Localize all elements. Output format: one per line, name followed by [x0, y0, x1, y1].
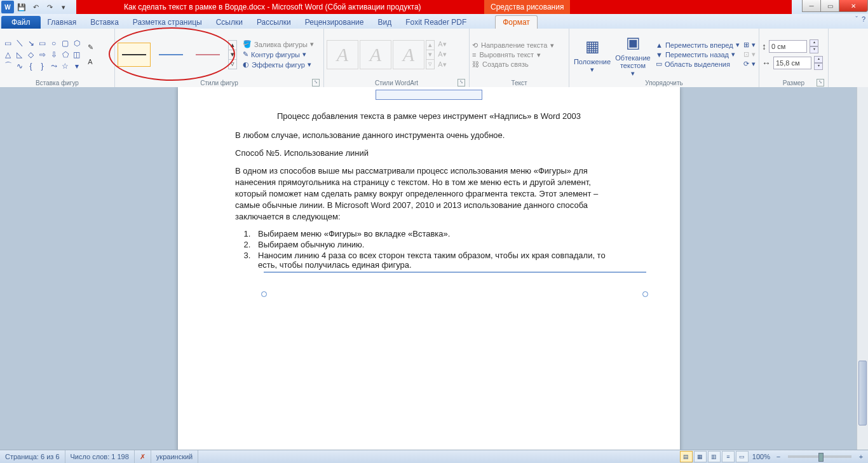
shape-arrow[interactable]: ↘ [25, 38, 36, 48]
text-fill-button[interactable]: A▾ [437, 40, 447, 49]
view-full-screen[interactable]: ▦ [694, 451, 707, 462]
style-swatch-1[interactable] [118, 43, 151, 67]
page[interactable]: Процесс добавления текста в рамке через … [178, 87, 680, 450]
shape-roundrect[interactable]: ▢ [60, 38, 71, 48]
height-input[interactable]: 0 см [769, 40, 807, 53]
shape-bracket[interactable]: { [25, 60, 36, 71]
zoom-slider[interactable] [788, 455, 851, 458]
tab-review[interactable]: Рецензирование [298, 16, 371, 29]
maximize-button[interactable]: ▭ [820, 0, 839, 12]
qat-customize[interactable]: ▾ [57, 1, 70, 13]
rotate-button[interactable]: ⟳▾ [743, 60, 756, 68]
style-swatch-2[interactable] [154, 43, 187, 67]
word-icon[interactable]: W [1, 1, 14, 13]
shapestyles-dialog-launcher[interactable]: ⤡ [312, 79, 320, 86]
status-language[interactable]: украинский [151, 450, 198, 463]
group-button[interactable]: ⊡▾ [743, 50, 756, 59]
shape-triangle[interactable]: △ [3, 49, 13, 60]
width-up[interactable]: ▴ [814, 56, 823, 63]
ribbon-minimize-icon[interactable]: ˇ [855, 15, 858, 23]
tab-insert[interactable]: Вставка [83, 16, 126, 29]
position-button[interactable]: ▦Положение▾ [572, 35, 613, 74]
gallery-down[interactable]: ▾ [229, 50, 236, 60]
wa-gallery-more[interactable]: ▿ [426, 60, 434, 69]
style-swatch-3[interactable] [191, 43, 224, 67]
wordart-dialog-launcher[interactable]: ⤡ [458, 79, 465, 86]
text-effects-button[interactable]: A▾ [437, 60, 447, 69]
zoom-slider-thumb[interactable] [818, 453, 824, 462]
tab-home[interactable]: Главная [41, 16, 84, 29]
shape-line[interactable]: ＼ [14, 38, 25, 48]
undo-button[interactable]: ↶ [29, 1, 42, 13]
width-input[interactable]: 15,8 см [773, 57, 811, 69]
shape-effects-button[interactable]: ◐Эффекты фигур ▾ [241, 60, 316, 69]
shape-bracket2[interactable]: } [37, 60, 48, 71]
redo-button[interactable]: ↷ [43, 1, 56, 13]
status-page[interactable]: Страница: 6 из 6 [0, 450, 65, 463]
wrap-text-button[interactable]: ▣Обтекание текстом▾ [613, 31, 653, 78]
align-button[interactable]: ⊞▾ [743, 41, 756, 49]
size-dialog-launcher[interactable]: ⤡ [817, 79, 824, 86]
view-print-layout[interactable]: ▤ [680, 451, 693, 462]
shape-rarrow[interactable]: ⇨ [37, 49, 48, 60]
zoom-out-button[interactable]: − [774, 453, 783, 460]
selection-handle-left[interactable] [261, 291, 267, 297]
edit-shape-button[interactable]: ✎ [83, 40, 97, 54]
selection-pane-button[interactable]: ▭Область выделения [656, 60, 740, 68]
wordart-swatch-1[interactable]: A [327, 40, 358, 69]
status-wordcount[interactable]: Число слов: 1 198 [65, 450, 135, 463]
selection-handle-right[interactable] [642, 291, 648, 297]
text-direction-button[interactable]: ⟲Направление текста ▾ [472, 41, 554, 50]
shape-star[interactable]: ☆ [60, 60, 71, 71]
vertical-scrollbar[interactable] [857, 87, 868, 450]
scrollbar-thumb[interactable] [858, 361, 867, 425]
width-down[interactable]: ▾ [814, 63, 823, 70]
status-proofing[interactable]: ✗ [135, 450, 151, 463]
gallery-up[interactable]: ▴ [229, 41, 236, 50]
tab-layout[interactable]: Разметка страницы [126, 16, 209, 29]
text-outline-button[interactable]: A▾ [437, 50, 447, 59]
tab-format[interactable]: Формат [495, 15, 538, 29]
shape-fill-button[interactable]: 🪣Заливка фигуры ▾ [241, 39, 316, 49]
close-button[interactable]: ✕ [839, 0, 868, 12]
tab-mailings[interactable]: Рассылки [250, 16, 298, 29]
shape-more[interactable]: ▾ [71, 60, 82, 71]
height-down[interactable]: ▾ [810, 46, 818, 53]
shapes-gallery[interactable]: ▭ ＼ ↘ ▭ ○ ▢ ⬡ △ ◺ ◇ ⇨ ⇩ ⬠ ◫ ⌒ ∿ { } ⤳ ☆ [3, 38, 82, 71]
shape-cube[interactable]: ◫ [71, 49, 82, 60]
selected-shape-line[interactable] [264, 272, 646, 273]
shape-curve[interactable]: ∿ [14, 60, 25, 71]
zoom-in-button[interactable]: + [857, 453, 865, 460]
wordart-swatch-3[interactable]: A [393, 40, 424, 69]
view-draft[interactable]: ▭ [736, 451, 749, 462]
shape-oval[interactable]: ○ [48, 38, 59, 48]
shape-hexagon[interactable]: ⬡ [71, 38, 82, 48]
shape-textbox[interactable]: ▭ [3, 38, 13, 48]
shape-styles-gallery[interactable]: ▴ ▾ ▿ [118, 40, 237, 69]
shape-diamond[interactable]: ◇ [25, 49, 36, 60]
wa-gallery-up[interactable]: ▴ [426, 41, 434, 50]
minimize-button[interactable]: ─ [802, 0, 821, 12]
shape-outline-button[interactable]: ✎Контур фигуры ▾ [241, 50, 316, 59]
shape-rtriangle[interactable]: ◺ [14, 49, 25, 60]
wa-gallery-down[interactable]: ▾ [426, 50, 434, 60]
gallery-more[interactable]: ▿ [229, 60, 236, 69]
align-text-button[interactable]: ≡Выровнять текст ▾ [472, 51, 554, 59]
bring-forward-button[interactable]: ▲Переместить вперед ▾ [656, 41, 740, 49]
shape-rect[interactable]: ▭ [37, 38, 48, 48]
document-area[interactable]: Процесс добавления текста в рамке через … [0, 87, 868, 450]
shape-darrow[interactable]: ⇩ [48, 49, 59, 60]
tab-view[interactable]: Вид [370, 16, 398, 29]
help-icon[interactable]: ? [862, 15, 865, 23]
view-outline[interactable]: ≡ [722, 451, 735, 462]
zoom-level[interactable]: 100% [752, 453, 770, 460]
shape-arc[interactable]: ⌒ [3, 60, 13, 71]
shape-connector[interactable]: ⤳ [48, 60, 59, 71]
shape-pentagon[interactable]: ⬠ [60, 49, 71, 60]
tab-references[interactable]: Ссылки [209, 16, 250, 29]
tab-foxit[interactable]: Foxit Reader PDF [398, 16, 473, 29]
create-link-button[interactable]: ⛓Создать связь [472, 60, 554, 68]
view-web-layout[interactable]: ▥ [708, 451, 721, 462]
height-up[interactable]: ▴ [810, 39, 818, 46]
wordart-swatch-2[interactable]: A [360, 40, 391, 69]
